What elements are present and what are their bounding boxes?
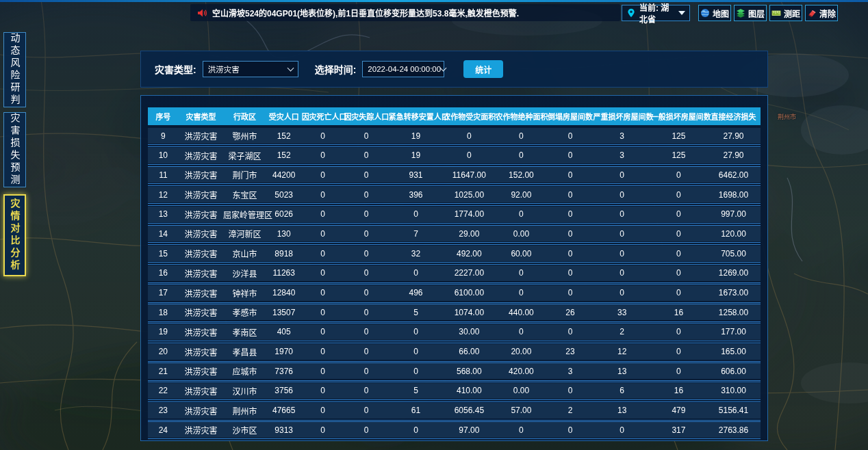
- table-row[interactable]: 17洪涝灾害钟祥市12840004966100.0000001673.00: [148, 285, 761, 301]
- sidebar-item-3[interactable]: 灾情对比分析: [3, 194, 26, 276]
- table-row[interactable]: 16洪涝灾害沙洋县112630002227.0000001269.00: [148, 265, 761, 281]
- table-cell: 11: [148, 170, 179, 180]
- table-row[interactable]: 10洪涝灾害梁子湖区1520019000312527.90: [148, 148, 761, 163]
- table-cell: 0: [651, 288, 706, 297]
- table-cell: 0: [302, 150, 344, 160]
- table-cell: 0: [547, 229, 593, 239]
- table-cell: 0: [302, 268, 344, 278]
- table-row[interactable]: 13洪涝灾害屈家岭管理区60260001774.000000997.00: [148, 207, 761, 222]
- table-cell: 东宝区: [223, 189, 266, 200]
- table-row[interactable]: 23洪涝灾害荆州市4766500616056.4557.002134795156…: [148, 403, 761, 419]
- table-cell: 0: [593, 190, 651, 200]
- alert-text: 空山滑坡524的04GP01(地表位移),前1日垂直位移变形量达到53.8毫米,…: [212, 7, 519, 18]
- table-cell: 5156.41: [706, 406, 761, 415]
- table-cell: 22: [148, 386, 179, 395]
- clear-button[interactable]: 清除: [805, 5, 838, 21]
- table-cell: 12840: [266, 288, 302, 297]
- table-cell: 1774.00: [443, 209, 495, 219]
- table-row[interactable]: 24洪涝灾害沙市区931300097.000003172763.86: [148, 422, 761, 438]
- table-cell: 7376: [266, 367, 302, 376]
- table-cell: 0.00: [495, 386, 547, 395]
- table-row[interactable]: 12洪涝灾害东宝区5023003961025.0092.000001698.00: [148, 187, 761, 202]
- table-row[interactable]: 21洪涝灾害应城市7376000568.00420.003130606.00: [148, 363, 761, 379]
- sidebar-item-label: 灾情对比分析: [8, 198, 22, 272]
- table-cell: 19: [389, 131, 444, 141]
- tool-button-label: 图层: [748, 8, 765, 19]
- table-cell: 1269.00: [706, 268, 761, 278]
- table-cell: 洪涝灾害: [179, 209, 223, 220]
- table-cell: 0: [651, 327, 706, 336]
- table-cell: 孝南区: [223, 326, 266, 338]
- table-cell: 洪涝灾害: [179, 365, 223, 377]
- time-label: 选择时间:: [315, 62, 357, 76]
- table-cell: 11647.00: [443, 170, 495, 180]
- disaster-type-value: 洪涝灾害: [208, 64, 240, 75]
- table-cell: 0: [344, 308, 388, 317]
- table-cell: 0: [389, 425, 444, 435]
- table-row[interactable]: 11洪涝灾害荆门市442000093111647.00152.000006462…: [148, 167, 761, 183]
- disaster-type-label: 灾害类型:: [155, 62, 196, 76]
- table-row[interactable]: 14洪涝灾害漳河新区13000729.000.00000120.00: [148, 226, 761, 241]
- table-cell: 洪涝灾害: [179, 150, 223, 161]
- map-tool-buttons: 地图图层测距清除: [698, 5, 838, 21]
- table-row[interactable]: 18洪涝灾害孝感市135070051074.00440.002633161258…: [148, 304, 761, 320]
- speaker-icon: [196, 8, 207, 18]
- table-cell: 15: [148, 249, 179, 259]
- column-header: 因灾失踪人口: [344, 111, 388, 122]
- table-cell: 0: [547, 288, 593, 297]
- table-cell: 6: [593, 386, 651, 395]
- table-cell: 屈家岭管理区: [223, 209, 266, 220]
- table-cell: 29.00: [443, 229, 495, 239]
- table-cell: 30.00: [443, 327, 495, 336]
- table-cell: 177.00: [706, 327, 761, 336]
- table-cell: 2227.00: [443, 268, 495, 278]
- table-cell: 6100.00: [443, 288, 495, 297]
- map-button[interactable]: 地图: [698, 5, 731, 21]
- table-cell: 0: [302, 249, 344, 259]
- measure-button[interactable]: 测距: [769, 5, 802, 21]
- table-row[interactable]: 19洪涝灾害孝南区40500030.000020177.00: [148, 324, 761, 340]
- map-place-label: 荆州市: [778, 112, 796, 121]
- table-cell: 16: [148, 268, 179, 278]
- table-row[interactable]: 22洪涝灾害汉川市3756005410.000.000616310.00: [148, 383, 761, 399]
- table-cell: 310.00: [706, 386, 761, 395]
- statistics-button[interactable]: 统计: [463, 60, 503, 78]
- table-cell: 130: [266, 229, 302, 239]
- tool-button-label: 地图: [713, 8, 729, 19]
- table-cell: 6462.00: [706, 170, 761, 180]
- table-cell: 60.00: [495, 249, 547, 259]
- table-cell: 1970: [266, 347, 302, 356]
- tool-button-label: 测距: [784, 8, 800, 19]
- table-row[interactable]: 9洪涝灾害鄂州市1520019000312527.90: [148, 128, 761, 144]
- table-row[interactable]: 20洪涝灾害孝昌县197000066.0020.0023120165.00: [148, 344, 761, 360]
- location-label: 当前: 湖北省: [639, 1, 675, 25]
- table-cell: 0: [344, 229, 388, 239]
- time-select[interactable]: 2022-04-24 00:00:00: [362, 61, 444, 77]
- disaster-type-select[interactable]: 洪涝灾害: [203, 61, 298, 77]
- table-cell: 0: [547, 131, 593, 141]
- table-cell: 沙市区: [223, 424, 266, 436]
- table-cell: 荆州市: [223, 405, 266, 416]
- table-cell: 57.00: [495, 406, 547, 415]
- table-cell: 0: [443, 150, 495, 160]
- table-cell: 0: [651, 347, 706, 356]
- table-row[interactable]: 15洪涝灾害京山市89180032492.0060.00000705.00: [148, 246, 761, 261]
- table-cell: 125: [651, 131, 706, 141]
- table-cell: 396: [389, 190, 444, 200]
- sidebar-item-2[interactable]: 灾害损失预测: [3, 112, 26, 187]
- table-cell: 5023: [266, 190, 302, 200]
- table-cell: 606.00: [706, 367, 761, 376]
- filter-panel: 灾害类型: 洪涝灾害 选择时间: 2022-04-24 00:00:00 统计: [140, 51, 768, 88]
- table-cell: 0: [344, 347, 388, 356]
- table-cell: 997.00: [706, 209, 761, 219]
- table-cell: 5: [389, 386, 444, 395]
- location-selector[interactable]: 当前: 湖北省: [622, 5, 690, 21]
- table-cell: 0: [547, 268, 593, 278]
- table-body: 9洪涝灾害鄂州市1520019000312527.9010洪涝灾害梁子湖区152…: [148, 128, 761, 441]
- sidebar-item-1[interactable]: 动态风险研判: [3, 32, 26, 107]
- table-cell: 0: [302, 229, 344, 239]
- table-cell: 洪涝灾害: [179, 287, 223, 299]
- time-value: 2022-04-24 00:00:00: [368, 65, 441, 73]
- table-cell: 32: [389, 249, 444, 259]
- layers-button[interactable]: 图层: [734, 5, 767, 21]
